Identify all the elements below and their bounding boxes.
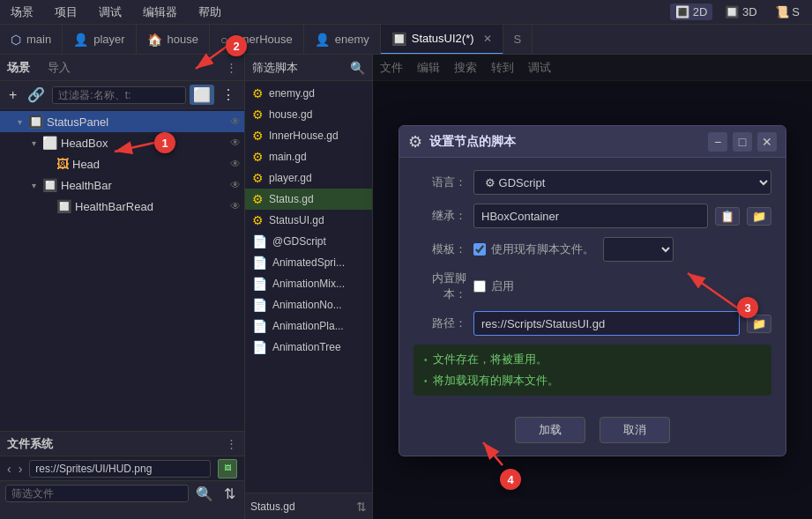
- tab-player[interactable]: 👤 player: [63, 25, 136, 55]
- instance-button[interactable]: 🔗: [24, 85, 48, 105]
- dialog-minimize-button[interactable]: −: [708, 132, 727, 152]
- scene-panel-header: 场景 导入 ⋮: [0, 55, 244, 81]
- 3d-button[interactable]: 🔲 3D: [719, 4, 762, 20]
- right-panel: 文件 编辑 搜索 转到 调试 ⚙ 设置节点的脚本 − □ ✕: [373, 55, 812, 519]
- dialog-winctrls: − □ ✕: [708, 132, 777, 152]
- info-line-2: • 将加载现有的脚本文件。: [424, 373, 761, 389]
- file-panel-header: 文件系统 ⋮: [0, 432, 244, 456]
- dialog-close-button[interactable]: ✕: [757, 132, 777, 152]
- script-item-house[interactable]: ⚙ house.gd: [245, 104, 372, 125]
- tree-item-statuspanel[interactable]: ▾ 🔲 StatusPanel 👁: [0, 111, 244, 132]
- tab-house[interactable]: 🏠 house: [137, 25, 210, 55]
- add-node-button[interactable]: +: [5, 85, 20, 105]
- script-item-player[interactable]: ⚙ player.gd: [245, 167, 372, 189]
- visibility-icon-statuspanel[interactable]: 👁: [230, 115, 241, 128]
- script-item-status[interactable]: ⚙ Status.gd: [245, 189, 372, 210]
- panel-view-button[interactable]: ⬜: [190, 85, 214, 105]
- script-item-animationpla[interactable]: 📄 AnimationPla...: [245, 315, 372, 337]
- tab-innerhouse[interactable]: ○ InnerHouse: [210, 25, 304, 55]
- scene-label: 场景: [7, 60, 30, 76]
- info-box: • 文件存在，将被重用。 • 将加载现有的脚本文件。: [413, 345, 771, 396]
- filter-input[interactable]: [52, 86, 186, 104]
- file-filter-row: 🔍 ⇅: [0, 481, 244, 506]
- menu-scene[interactable]: 场景: [7, 3, 37, 22]
- script-item-enemy[interactable]: ⚙ enemy.gd: [245, 83, 372, 104]
- cancel-button[interactable]: 取消: [600, 417, 670, 443]
- load-button[interactable]: 加载: [515, 417, 585, 443]
- script-item-animationmix[interactable]: 📄 AnimationMix...: [245, 273, 372, 294]
- tree-item-healthbarread[interactable]: 🔲 HealthBarRead 👁: [0, 196, 244, 217]
- builtin-row: 内置脚本： 启用: [413, 271, 771, 302]
- visibility-icon-healthbar[interactable]: 👁: [230, 179, 241, 191]
- template-checkbox-row: 使用现有脚本文件。: [473, 237, 674, 262]
- file-path-input[interactable]: [29, 460, 211, 478]
- more-icon[interactable]: ⋮: [226, 61, 237, 74]
- info-line-1: • 文件存在，将被重用。: [424, 352, 761, 367]
- tab-enemy[interactable]: 👤 enemy: [304, 25, 381, 55]
- scripts-filter-label: 筛选脚本: [252, 60, 298, 76]
- main-area: 场景 导入 ⋮ + 🔗 ⬜ ⋮ ▾ 🔲 StatusPanel 👁: [0, 55, 812, 519]
- dialog-titlebar: ⚙ 设置节点的脚本 − □ ✕: [399, 126, 786, 158]
- template-checkbox[interactable]: [473, 243, 486, 256]
- script-item-animationtree[interactable]: 📄 AnimationTree: [245, 337, 372, 358]
- file-filter-input[interactable]: [5, 485, 189, 502]
- script-item-animatedspri[interactable]: 📄 AnimatedSpri...: [245, 252, 372, 273]
- builtin-checkbox[interactable]: [473, 280, 486, 293]
- builtin-text: 启用: [491, 278, 514, 294]
- scene-toolbar: + 🔗 ⬜ ⋮: [0, 81, 244, 109]
- builtin-checkbox-row: 启用: [473, 278, 514, 294]
- menu-editor[interactable]: 编辑器: [139, 3, 181, 22]
- annotation-2: 2: [226, 35, 247, 56]
- inherit-label: 继承：: [413, 208, 466, 224]
- visibility-icon-healthbarread[interactable]: 👁: [230, 200, 241, 212]
- info-dot-1: •: [424, 355, 428, 365]
- visibility-icon-head[interactable]: 👁: [230, 158, 241, 170]
- left-panel: 场景 导入 ⋮ + 🔗 ⬜ ⋮ ▾ 🔲 StatusPanel 👁: [0, 55, 245, 519]
- dialog-maximize-button[interactable]: □: [733, 132, 752, 152]
- language-select[interactable]: ⚙ GDScript: [473, 170, 771, 195]
- tab-statusui2[interactable]: 🔲 StatusUI2(*) ✕: [381, 25, 503, 55]
- scripts-search-btn[interactable]: 🔍: [350, 61, 365, 75]
- menu-help[interactable]: 帮助: [195, 3, 225, 22]
- path-row: 路径： 📁: [413, 311, 771, 336]
- script-item-innerhouse[interactable]: ⚙ InnerHouse.gd: [245, 125, 372, 146]
- script-item-gdscript[interactable]: 📄 @GDScript: [245, 231, 372, 252]
- file-search-btn[interactable]: 🔍: [192, 484, 217, 504]
- tree-item-head[interactable]: 🖼 Head 👁: [0, 153, 244, 174]
- annotation-4: 4: [500, 469, 521, 490]
- template-select[interactable]: [603, 237, 674, 262]
- inherit-input[interactable]: [473, 204, 708, 228]
- sort-button[interactable]: ⇅: [356, 500, 367, 514]
- menu-debug[interactable]: 调试: [95, 3, 125, 22]
- scripts-list: ⚙ enemy.gd ⚙ house.gd ⚙ InnerHouse.gd ⚙ …: [245, 81, 372, 493]
- 2d-button[interactable]: 🔳 2D: [670, 4, 712, 20]
- menu-project[interactable]: 项目: [51, 3, 81, 22]
- tab-main[interactable]: ⬡ main: [0, 25, 63, 55]
- tree-item-headbox[interactable]: ▾ ⬜ HeadBox 👁: [0, 132, 244, 153]
- file-panel-more-icon[interactable]: ⋮: [226, 437, 237, 450]
- tab-extra[interactable]: S: [503, 25, 533, 55]
- visibility-icon-headbox[interactable]: 👁: [230, 137, 241, 149]
- file-sort-btn[interactable]: ⇅: [220, 484, 239, 504]
- dialog-footer: 加载 取消: [399, 408, 786, 456]
- script-item-statusui[interactable]: ⚙ StatusUI.gd: [245, 210, 372, 231]
- file-nav-back[interactable]: ‹: [7, 462, 11, 476]
- scripts-panel-bottom: Status.gd ⇅: [245, 493, 372, 519]
- inherit-file-btn[interactable]: 📋: [715, 207, 740, 226]
- script-button[interactable]: 📜 S: [770, 4, 805, 20]
- tab-close-statusui2[interactable]: ✕: [483, 33, 492, 45]
- file-nav-forward[interactable]: ›: [19, 462, 23, 476]
- template-label: 模板：: [413, 241, 466, 257]
- file-panel: 文件系统 ⋮ ‹ › 🖼 🔍 ⇅: [0, 431, 244, 519]
- language-label: 语言：: [413, 174, 466, 190]
- dialog-icon: ⚙: [408, 132, 422, 152]
- inherit-folder-btn[interactable]: 📁: [747, 207, 771, 226]
- tree-item-healthbar[interactable]: ▾ 🔲 HealthBar 👁: [0, 174, 244, 196]
- script-item-animationno[interactable]: 📄 AnimationNo...: [245, 294, 372, 315]
- path-input[interactable]: [473, 311, 740, 336]
- inherit-row: 继承： 📋 📁: [413, 204, 771, 228]
- more-options-button[interactable]: ⋮: [218, 85, 239, 105]
- language-row: 语言： ⚙ GDScript: [413, 170, 771, 195]
- script-item-main[interactable]: ⚙ main.gd: [245, 146, 372, 167]
- import-label: 导入: [48, 60, 71, 76]
